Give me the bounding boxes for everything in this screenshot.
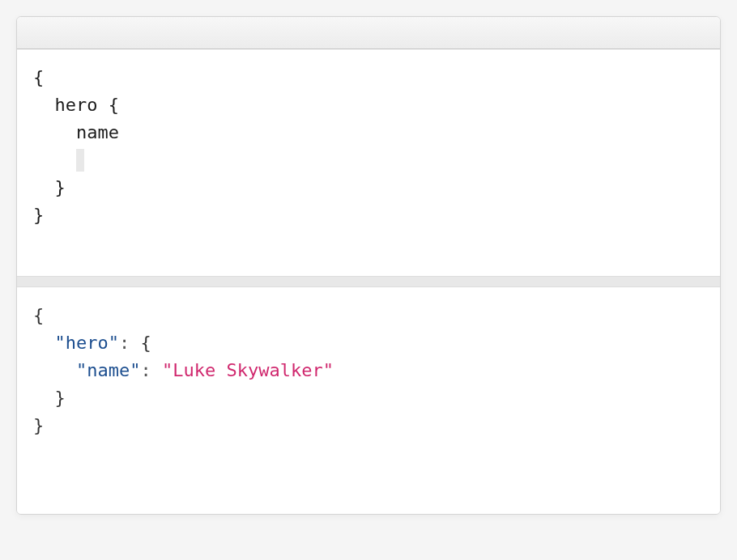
brace-close: } [33, 415, 44, 435]
text-cursor [76, 149, 84, 172]
editor-window: { hero { name } } { "hero": { "name": "L… [16, 16, 721, 515]
colon: : [140, 360, 162, 380]
json-key: "name" [76, 360, 140, 380]
cursor-indent [33, 150, 76, 170]
query-line[interactable]: name [33, 119, 704, 146]
colon: : [119, 333, 141, 353]
window-titlebar [17, 17, 720, 49]
json-string-value: "Luke Skywalker" [162, 360, 334, 380]
result-line: "name": "Luke Skywalker" [33, 357, 704, 384]
query-line[interactable]: } [33, 174, 704, 202]
brace-close: } [55, 388, 66, 408]
result-line: "hero": { [33, 329, 704, 357]
brace-open: { [140, 333, 151, 353]
result-pane: { "hero": { "name": "Luke Skywalker" } } [17, 287, 720, 514]
pane-divider[interactable] [17, 276, 720, 287]
json-key: "hero" [55, 333, 119, 353]
query-line[interactable]: } [33, 202, 704, 229]
query-line[interactable]: hero { [33, 91, 704, 119]
result-line: { [33, 302, 704, 329]
brace-open: { [33, 305, 44, 325]
result-line: } [33, 384, 704, 412]
query-line-cursor[interactable] [33, 146, 704, 174]
query-line[interactable]: { [33, 64, 704, 91]
query-editor-pane[interactable]: { hero { name } } [17, 49, 720, 276]
result-line: } [33, 412, 704, 439]
